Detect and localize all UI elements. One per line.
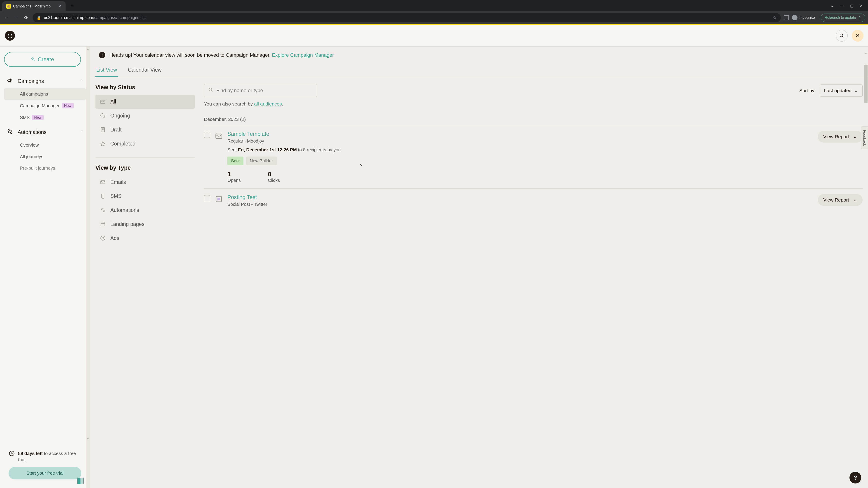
all-audiences-link[interactable]: all audiences: [254, 101, 282, 106]
campaign-social-icon: [214, 195, 223, 203]
mailchimp-logo[interactable]: [4, 30, 16, 41]
svg-point-22: [209, 88, 212, 91]
sort-select[interactable]: Last updated ⌄: [820, 85, 863, 97]
filters-column: View by Status All Ongoing Draft Complet…: [95, 84, 195, 245]
status-tag-builder: New Builder: [246, 157, 276, 165]
campaign-row: Posting Test Social Post - Twitter View …: [204, 189, 863, 216]
sidebar-item-all-campaigns[interactable]: All campaigns: [4, 88, 86, 100]
main-scrollbar[interactable]: ▴: [864, 51, 868, 488]
url-bar[interactable]: 🔒 us21.admin.mailchimp.com/campaigns/#t:…: [33, 13, 781, 22]
menu-dots-icon[interactable]: ⋮: [858, 15, 862, 20]
banner-link[interactable]: Explore Campaign Manager: [272, 52, 334, 58]
ongoing-icon: [99, 112, 106, 119]
trial-text: 89 days left to access a free trial.: [18, 450, 81, 463]
lock-icon: 🔒: [37, 15, 41, 20]
filter-type-automations[interactable]: Automations: [95, 203, 195, 217]
view-report-button[interactable]: View Report ⌄: [818, 194, 863, 206]
filter-status-all[interactable]: All: [95, 95, 195, 109]
campaign-envelope-icon: [214, 131, 223, 140]
favicon-icon: 🐵: [6, 4, 11, 8]
search-box[interactable]: [204, 84, 317, 97]
info-banner: ! Heads up! Your calendar view will soon…: [90, 46, 868, 64]
nav-header-automations[interactable]: Automations ⌃: [4, 125, 86, 139]
bookmark-icon[interactable]: ☆: [773, 15, 777, 20]
chevron-down-icon[interactable]: ⌄: [853, 197, 857, 203]
sidebar-item-all-journeys[interactable]: All journeys: [4, 151, 86, 162]
nav-section-campaigns: Campaigns ⌃ All campaigns Campaign Manag…: [4, 74, 86, 123]
sidebar-item-overview[interactable]: Overview: [4, 139, 86, 151]
type-heading: View by Type: [95, 164, 195, 171]
sidebar-item-prebuilt-journeys[interactable]: Pre-built journeys: [4, 162, 86, 174]
tabs-dropdown-icon[interactable]: ⌄: [831, 4, 834, 8]
email-icon: [99, 179, 106, 186]
trial-box: 89 days left to access a free trial. Sta…: [4, 446, 86, 484]
svg-rect-14: [102, 194, 104, 198]
tab-list-view[interactable]: List View: [95, 64, 118, 77]
start-trial-button[interactable]: Start your free trial: [8, 467, 81, 480]
new-tab-button[interactable]: ＋: [70, 2, 74, 9]
megaphone-icon: [7, 77, 13, 85]
svg-point-20: [101, 236, 105, 240]
campaign-title-link[interactable]: Sample Template: [227, 131, 814, 137]
sidebar-item-campaign-manager[interactable]: Campaign Manager New: [4, 100, 86, 111]
view-report-button[interactable]: View Report ⌄: [818, 131, 863, 142]
maximize-icon[interactable]: ▢: [850, 4, 853, 8]
chevron-down-icon[interactable]: ⌄: [853, 134, 857, 139]
campaign-list: Sort by Last updated ⌄ You can also sear…: [204, 84, 863, 245]
ads-icon: [99, 235, 106, 241]
help-button[interactable]: ?: [849, 472, 861, 484]
filter-status-ongoing[interactable]: Ongoing: [95, 109, 195, 123]
filter-type-sms[interactable]: SMS: [95, 189, 195, 203]
svg-rect-26: [217, 198, 220, 200]
url-bar-row: ← → ⟳ 🔒 us21.admin.mailchimp.com/campaig…: [0, 11, 868, 24]
pencil-icon: ✎: [31, 57, 35, 62]
user-avatar[interactable]: S: [852, 30, 864, 41]
tab-bar: 🐵 Campaigns | Mailchimp ✕ ＋ ⌄ ― ▢ ✕: [0, 0, 868, 11]
forward-button[interactable]: →: [13, 15, 20, 20]
url-text: us21.admin.mailchimp.com/campaigns/#t:ca…: [44, 15, 146, 20]
filter-status-completed[interactable]: Completed: [95, 137, 195, 151]
chevron-up-icon: ⌃: [80, 79, 83, 84]
scroll-up-icon[interactable]: ▴: [864, 52, 868, 55]
filter-type-ads[interactable]: Ads: [95, 231, 195, 245]
feedback-tab[interactable]: Feedback: [861, 127, 868, 149]
svg-point-17: [103, 210, 105, 212]
global-search-button[interactable]: [836, 30, 848, 41]
nav-header-campaigns[interactable]: Campaigns ⌃: [4, 74, 86, 88]
extensions-icon[interactable]: [784, 15, 789, 20]
sidebar-scrollbar[interactable]: ▴ ▾: [86, 46, 90, 488]
sidebar: ✎ Create Campaigns ⌃ All campaigns Campa…: [0, 46, 90, 488]
minimize-icon[interactable]: ―: [840, 4, 844, 8]
app-header: S: [0, 25, 868, 46]
reload-button[interactable]: ⟳: [23, 15, 29, 20]
campaign-checkbox[interactable]: [204, 195, 210, 201]
filter-type-landing-pages[interactable]: Landing pages: [95, 217, 195, 231]
scroll-down-icon[interactable]: ▾: [86, 437, 90, 441]
search-icon: [208, 88, 213, 94]
tab-calendar-view[interactable]: Calendar View: [127, 64, 162, 77]
incognito-icon: [792, 15, 798, 20]
campaign-checkbox[interactable]: [204, 132, 210, 138]
filter-status-draft[interactable]: Draft: [95, 123, 195, 137]
scrollbar-thumb[interactable]: [864, 65, 868, 103]
status-tag-sent: Sent: [227, 157, 243, 165]
svg-line-23: [211, 91, 213, 92]
search-input[interactable]: [216, 88, 313, 94]
close-window-icon[interactable]: ✕: [860, 4, 863, 8]
sidebar-item-sms[interactable]: SMS New: [4, 111, 86, 123]
campaign-title-link[interactable]: Posting Test: [227, 194, 814, 200]
create-button[interactable]: ✎ Create: [4, 52, 81, 67]
close-tab-icon[interactable]: ✕: [58, 4, 61, 9]
theme-swatch-icon[interactable]: [77, 478, 84, 484]
status-heading: View by Status: [95, 84, 195, 91]
browser-tab[interactable]: 🐵 Campaigns | Mailchimp ✕: [2, 1, 66, 11]
scroll-up-icon[interactable]: ▴: [86, 47, 90, 50]
campaign-meta: Social Post - Twitter: [227, 202, 814, 207]
app-body: ✎ Create Campaigns ⌃ All campaigns Campa…: [0, 46, 868, 488]
main-content: ! Heads up! Your calendar view will soon…: [90, 46, 868, 488]
relaunch-button[interactable]: Relaunch to update ⋮: [821, 13, 865, 22]
back-button[interactable]: ←: [3, 15, 9, 20]
info-icon: !: [99, 52, 105, 58]
filter-type-emails[interactable]: Emails: [95, 175, 195, 189]
chevron-up-icon: ⌃: [80, 130, 83, 135]
